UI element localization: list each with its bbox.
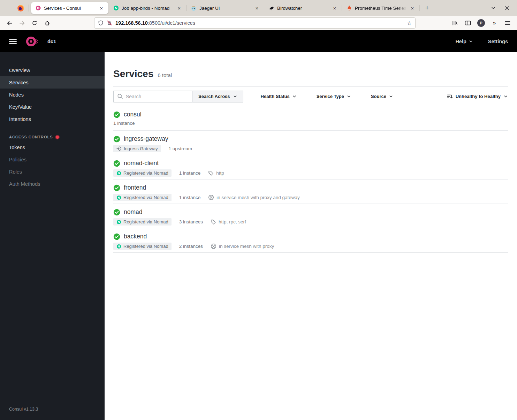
consul-logo-icon[interactable] xyxy=(25,35,38,48)
forward-button[interactable] xyxy=(17,18,27,28)
tag-icon xyxy=(211,219,216,225)
tab-close-icon[interactable]: × xyxy=(253,5,260,12)
service-instances: 2 instances xyxy=(179,244,203,249)
search-input[interactable] xyxy=(113,91,192,102)
tab-strip: Services - Consul × Job app-birds - Noma… xyxy=(31,0,420,16)
service-name[interactable]: consul xyxy=(124,111,142,118)
chevron-down-icon xyxy=(389,94,393,98)
url-text: 192.168.56.10:8500/ui/dc1/services xyxy=(115,20,195,26)
health-passing-icon xyxy=(113,136,120,143)
tab-prometheus[interactable]: Prometheus Time Series C × xyxy=(342,2,419,14)
chevron-down-icon xyxy=(292,94,296,98)
health-passing-icon xyxy=(113,160,120,167)
nomad-icon xyxy=(116,195,121,200)
chevron-down-icon xyxy=(347,94,351,98)
sidebar-item-overview[interactable]: Overview xyxy=(0,64,105,76)
service-name[interactable]: nomad xyxy=(124,208,143,216)
service-row-backend[interactable]: backend Registered via Nomad2 instances … xyxy=(113,228,508,253)
search-icon xyxy=(117,93,123,99)
tab-title: Services - Consul xyxy=(44,6,95,11)
main-content: Services 6 total Search Across Health St… xyxy=(105,52,517,420)
service-row-ingress-gateway[interactable]: ingress-gateway Ingress Gateway1 upstrea… xyxy=(113,131,508,155)
service-badge: Registered via Nomad xyxy=(113,243,172,250)
tab-close-icon[interactable]: × xyxy=(176,5,183,12)
sidebar-item-tokens[interactable]: Tokens xyxy=(0,141,105,153)
service-extra-meta: http, rpc, serf xyxy=(211,219,246,225)
service-instances: 1 instance xyxy=(113,121,135,126)
service-badge: Registered via Nomad xyxy=(113,194,172,201)
sidebar-item-auth-methods[interactable]: Auth Methods xyxy=(0,178,105,190)
service-extra-meta: in service mesh with proxy and gateway xyxy=(208,194,300,200)
tab-consul[interactable]: Services - Consul × xyxy=(31,2,108,14)
sidebar-item-nodes[interactable]: Nodes xyxy=(0,89,105,101)
service-badge: Ingress Gateway xyxy=(113,145,161,152)
tab-close-icon[interactable]: × xyxy=(409,5,416,12)
search-across-dropdown[interactable]: Search Across xyxy=(192,91,243,102)
reload-button[interactable] xyxy=(29,18,40,28)
window-close-button[interactable] xyxy=(505,6,509,10)
insecure-lock-icon[interactable] xyxy=(107,20,112,26)
filter-health-status[interactable]: Health Status xyxy=(261,94,296,99)
service-name[interactable]: ingress-gateway xyxy=(124,135,168,143)
chevron-down-icon xyxy=(504,94,508,98)
nav-hamburger-icon[interactable] xyxy=(9,39,17,44)
service-extra-meta: http xyxy=(208,170,224,176)
service-row-nomad-client[interactable]: nomad-client Registered via Nomad1 insta… xyxy=(113,155,508,180)
tab-nomad[interactable]: Job app-birds - Nomad × xyxy=(109,2,186,14)
sidebar-item-policies[interactable]: Policies xyxy=(0,153,105,166)
tab-title: Jaeger UI xyxy=(199,6,251,11)
bird-favicon xyxy=(268,5,274,11)
health-passing-icon xyxy=(113,209,120,216)
extensions-overflow-button[interactable]: » xyxy=(489,18,500,28)
service-instances: 1 instance xyxy=(179,195,201,200)
profile-avatar[interactable]: P xyxy=(476,18,486,28)
service-instances: 1 instance xyxy=(179,170,201,176)
bookmark-star-icon[interactable]: ☆ xyxy=(407,20,412,26)
tab-jaeger[interactable]: Jaeger UI × xyxy=(187,2,264,14)
datacenter-selector[interactable]: dc1 xyxy=(47,39,56,44)
tab-title: Job app-birds - Nomad xyxy=(122,6,173,11)
nomad-favicon xyxy=(113,5,119,11)
page-title: Services xyxy=(113,68,153,79)
filter-source[interactable]: Source xyxy=(371,94,393,99)
service-row-nomad[interactable]: nomad Registered via Nomad3 instances ht… xyxy=(113,204,508,228)
new-tab-button[interactable]: + xyxy=(422,3,432,13)
sort-dropdown[interactable]: Unhealthy to Healthy xyxy=(447,94,508,99)
sidebar-toggle-icon[interactable] xyxy=(463,18,473,28)
home-button[interactable] xyxy=(42,18,52,28)
service-name[interactable]: nomad-client xyxy=(124,160,159,167)
shield-icon[interactable] xyxy=(98,20,104,26)
jaeger-favicon xyxy=(191,5,197,11)
filter-service-type[interactable]: Service Type xyxy=(317,94,351,99)
service-extra-meta: in service mesh with proxy xyxy=(211,243,274,249)
library-icon[interactable] xyxy=(449,18,460,28)
health-passing-icon xyxy=(113,233,120,240)
service-name[interactable]: backend xyxy=(124,233,147,240)
consul-version-label: Consul v1.13.3 xyxy=(9,407,38,412)
consul-header: dc1 Help Settings xyxy=(0,30,517,52)
firefox-view-button[interactable] xyxy=(15,3,26,13)
service-name[interactable]: frontend xyxy=(124,184,146,191)
sidebar-item-services[interactable]: Services xyxy=(0,76,105,89)
consul-favicon xyxy=(35,5,41,11)
sidebar-item-roles[interactable]: Roles xyxy=(0,166,105,178)
url-bar[interactable]: 192.168.56.10:8500/ui/dc1/services ☆ xyxy=(94,17,416,29)
sidebar-item-key-value[interactable]: Key/Value xyxy=(0,101,105,113)
help-menu[interactable]: Help xyxy=(455,39,472,44)
sidebar: OverviewServicesNodesKey/ValueIntentions… xyxy=(0,52,105,420)
service-row-consul[interactable]: consul 1 instance xyxy=(113,106,508,131)
nomad-icon xyxy=(116,171,121,176)
list-all-tabs-button[interactable] xyxy=(491,6,496,10)
settings-link[interactable]: Settings xyxy=(488,39,508,44)
service-row-frontend[interactable]: frontend Registered via Nomad1 instance … xyxy=(113,180,508,204)
tab-birdwatcher[interactable]: Birdwatcher × xyxy=(264,2,342,14)
back-button[interactable] xyxy=(4,18,15,28)
app-menu-icon[interactable] xyxy=(502,18,513,28)
sidebar-acl-items: TokensPoliciesRolesAuth Methods xyxy=(0,141,105,190)
sidebar-item-intentions[interactable]: Intentions xyxy=(0,113,105,125)
tab-title: Birdwatcher xyxy=(277,6,328,11)
service-instances: 1 upstream xyxy=(169,146,192,151)
tab-separator xyxy=(29,5,29,12)
tab-close-icon[interactable]: × xyxy=(331,5,338,12)
tab-close-icon[interactable]: × xyxy=(98,5,105,12)
